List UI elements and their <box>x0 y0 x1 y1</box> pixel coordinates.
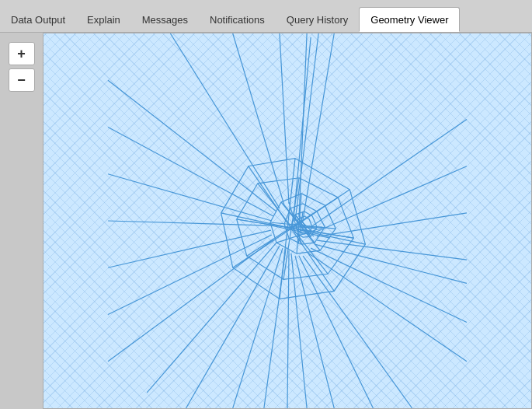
svg-line-22 <box>108 230 271 267</box>
svg-line-24 <box>108 174 272 221</box>
geometry-svg <box>43 33 531 408</box>
svg-line-19 <box>147 243 276 393</box>
tab-notifications[interactable]: Notifications <box>199 7 276 32</box>
svg-line-1 <box>303 33 334 219</box>
svg-line-12 <box>299 256 373 408</box>
svg-line-5 <box>315 166 467 232</box>
tab-data-output[interactable]: Data Output <box>0 7 76 32</box>
svg-line-6 <box>317 213 467 236</box>
zoom-in-button[interactable]: + <box>9 42 35 65</box>
tab-bar: Data Output Explain Messages Notificatio… <box>0 0 532 33</box>
tab-messages[interactable]: Messages <box>131 7 199 32</box>
svg-line-13 <box>295 256 334 408</box>
svg-line-11 <box>303 256 412 408</box>
svg-line-9 <box>311 248 467 322</box>
svg-line-10 <box>307 252 467 362</box>
zoom-controls: + − <box>0 33 43 409</box>
svg-line-26 <box>108 80 276 211</box>
svg-line-25 <box>108 128 273 216</box>
geometry-viewer-canvas[interactable] <box>43 33 532 409</box>
content-area: + − <box>0 33 532 409</box>
tab-explain[interactable]: Explain <box>76 7 131 32</box>
svg-line-4 <box>311 119 467 227</box>
svg-line-15 <box>287 250 289 408</box>
svg-line-29 <box>280 33 289 204</box>
svg-line-0 <box>295 33 318 221</box>
tab-geometry-viewer[interactable]: Geometry Viewer <box>359 7 460 32</box>
zoom-out-button[interactable]: − <box>9 68 35 92</box>
svg-line-27 <box>170 33 280 208</box>
svg-line-2 <box>299 33 307 217</box>
svg-line-23 <box>108 221 271 225</box>
svg-line-7 <box>317 240 467 260</box>
tab-query-history[interactable]: Query History <box>276 7 359 32</box>
